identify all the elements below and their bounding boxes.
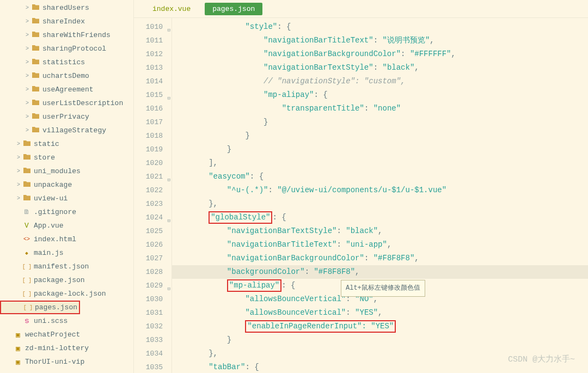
code-line[interactable]: "allowsBounceVertical": "YES", <box>172 306 588 320</box>
tree-item-sharedusers[interactable]: >sharedUsers <box>0 1 133 15</box>
code-line[interactable]: }, <box>172 197 588 211</box>
tree-item-unpackage[interactable]: >unpackage <box>0 178 133 192</box>
tree-item-uni-scss[interactable]: ടuni.scss <box>0 314 133 328</box>
tree-item-label: shareWithFriends <box>42 31 111 39</box>
project-icon: ▣ <box>13 331 23 339</box>
tree-item--gitignore[interactable]: 🗎.gitignore <box>0 205 133 219</box>
tree-item-villagestrategy[interactable]: >villageStrategy <box>0 124 133 137</box>
folder-icon <box>30 99 40 108</box>
code-line[interactable]: } <box>172 143 588 156</box>
code-line[interactable]: "mp-alipay": {Alt+鼠标左键修改颜色值 <box>172 279 588 292</box>
code-line[interactable]: "^u-(.*)": "@/uview-ui/components/u-$1/u… <box>172 184 588 197</box>
code-line[interactable]: "mp-alipay": { <box>172 88 588 102</box>
expand-arrow-icon[interactable]: > <box>24 114 30 120</box>
code-line[interactable]: "navigationBarBackgroundColor": "#FFFFFF… <box>172 47 588 61</box>
tree-item-userprivacy[interactable]: >userPrivacy <box>0 110 133 124</box>
code-line[interactable]: "navigationBarTitleText": "说明书预览", <box>172 34 588 47</box>
line-number: 1029⊟ <box>134 279 171 292</box>
tree-item-sharewithfriends[interactable]: >shareWithFriends <box>0 28 133 42</box>
expand-arrow-icon[interactable]: > <box>15 168 22 174</box>
tree-item-wechatproject[interactable]: ▣wechatProject <box>0 328 133 341</box>
tree-item-uchartsdemo[interactable]: >uchartsDemo <box>0 69 133 83</box>
line-number: 1032 <box>134 320 171 333</box>
tree-item-label: wechatProject <box>25 331 80 339</box>
expand-arrow-icon[interactable]: > <box>15 155 22 161</box>
expand-arrow-icon[interactable]: > <box>24 19 30 25</box>
code-line[interactable]: ], <box>172 156 588 170</box>
tree-item-package-lock-json[interactable]: [ ]package-lock.json <box>0 287 133 301</box>
line-number: 1020 <box>134 156 171 170</box>
line-number: 1011 <box>134 34 171 47</box>
expand-arrow-icon[interactable]: > <box>15 182 22 188</box>
code-line[interactable]: "navigationBarTextStyle": "black", <box>172 224 588 238</box>
tree-item-uni_modules[interactable]: >uni_modules <box>0 164 133 178</box>
code-line[interactable]: } <box>172 333 588 347</box>
tree-item-statistics[interactable]: >statistics <box>0 56 133 69</box>
tree-item-app-vue[interactable]: VApp.vue <box>0 219 133 233</box>
code-line[interactable]: "globalStyle": { <box>172 211 588 224</box>
line-number: 1035 <box>134 360 171 373</box>
tab-bar: index.vuepages.json <box>134 0 588 17</box>
tree-item-manifest-json[interactable]: [ ]manifest.json <box>0 260 133 273</box>
expand-arrow-icon[interactable]: > <box>24 100 30 106</box>
expand-arrow-icon[interactable]: > <box>24 46 30 52</box>
tree-item-useagreement[interactable]: >useAgreement <box>0 83 133 96</box>
expand-arrow-icon[interactable]: > <box>24 127 30 133</box>
tree-item-label: uni_modules <box>34 167 81 175</box>
code-line[interactable]: "navigationBarTextStyle": "black", <box>172 61 588 75</box>
code-line[interactable]: "style": { <box>172 20 588 34</box>
folder-icon <box>22 167 32 176</box>
tree-item-static[interactable]: >static <box>0 137 133 151</box>
code-line[interactable]: } <box>172 115 588 129</box>
code-area[interactable]: "style": { "navigationBarTitleText": "说明… <box>172 18 588 373</box>
line-number: 1027 <box>134 252 171 265</box>
code-line[interactable]: } <box>172 129 588 143</box>
tree-item-userlistdescription[interactable]: >userListDescription <box>0 96 133 110</box>
project-icon: ▣ <box>13 344 23 353</box>
expand-arrow-icon[interactable]: > <box>24 87 30 93</box>
tab-index-vue[interactable]: index.vue <box>145 3 198 15</box>
project-icon: ▣ <box>13 358 23 366</box>
file-explorer[interactable]: >sharedUsers>shareIndex>shareWithFriends… <box>0 0 134 373</box>
expand-arrow-icon[interactable]: > <box>15 195 22 201</box>
tree-item-thorui-uni-vip[interactable]: ▣ThorUI-uni-vip <box>0 355 133 369</box>
tree-item-label: main.js <box>34 249 64 257</box>
highlight-box: "globalStyle" <box>209 213 272 222</box>
tree-item-label: package-lock.json <box>34 290 106 298</box>
tree-item-main-js[interactable]: ⬥main.js <box>0 246 133 260</box>
code-line[interactable]: "navigationBarBackgroundColor": "#F8F8F8… <box>172 252 588 265</box>
line-number: 1014 <box>134 75 171 88</box>
json-file-icon: [ ] <box>23 304 33 311</box>
tree-item-shareindex[interactable]: >shareIndex <box>0 15 133 28</box>
tree-item-index-html[interactable]: <>index.html <box>0 233 133 246</box>
json-file-icon: [ ] <box>22 277 32 284</box>
highlight-box: "enableInPageRenderInput": "YES" <box>245 322 396 331</box>
tree-item-sharingprotocol[interactable]: >sharingProtocol <box>0 42 133 56</box>
code-line[interactable]: "enableInPageRenderInput": "YES" <box>172 320 588 333</box>
tree-item-uview-ui[interactable]: >uview-ui <box>0 192 133 205</box>
expand-arrow-icon[interactable]: > <box>24 59 30 65</box>
tree-item-pages-json[interactable]: [ ]pages.json <box>0 301 80 314</box>
tree-item-label: uni.scss <box>34 317 68 325</box>
code-line[interactable]: "navigationBarTitleText": "uni-app", <box>172 238 588 252</box>
code-line[interactable]: "tabBar": { <box>172 360 588 373</box>
code-line[interactable]: "transparentTitle": "none" <box>172 102 588 115</box>
code-line[interactable]: }, <box>172 347 588 360</box>
tab-pages-json[interactable]: pages.json <box>205 3 262 15</box>
code-line[interactable]: // "navigationStyle": "custom", <box>172 75 588 88</box>
line-number: 1021⊟ <box>134 170 171 184</box>
editor: 1010⊟10111012101310141015⊟10161017101810… <box>134 17 588 373</box>
folder-icon <box>30 4 40 13</box>
expand-arrow-icon[interactable]: > <box>24 32 30 38</box>
tree-item-label: userPrivacy <box>42 113 89 121</box>
expand-arrow-icon[interactable]: > <box>24 73 30 79</box>
expand-arrow-icon[interactable]: > <box>15 141 22 147</box>
expand-arrow-icon[interactable]: > <box>24 5 30 11</box>
tree-item-store[interactable]: >store <box>0 151 133 164</box>
tree-item-label: store <box>34 154 55 162</box>
tree-item-package-json[interactable]: [ ]package.json <box>0 273 133 287</box>
tree-item-zd-mini-lottery[interactable]: ▣zd-mini-lottery <box>0 341 133 355</box>
folder-icon <box>30 17 40 26</box>
code-line[interactable]: "backgroundColor": "#F8F8F8", <box>172 265 588 279</box>
code-line[interactable]: "easycom": { <box>172 170 588 184</box>
